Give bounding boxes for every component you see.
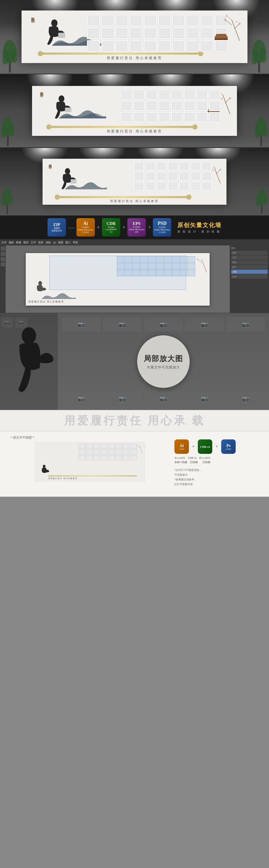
wall-caption-3: 用爱履行责任 用心承载教育 (110, 199, 159, 203)
svg-line-13 (234, 24, 240, 29)
photo-cell (179, 182, 190, 191)
ps-mini-cell (156, 263, 164, 269)
svg-rect-21 (216, 34, 226, 36)
photo-cell (121, 89, 132, 100)
ps-layer-3: 装饰 (231, 260, 268, 265)
ps-menu-select: 选择 (38, 241, 43, 244)
ps-mini-cell (140, 256, 148, 262)
photo-cell (179, 172, 190, 181)
silhouette-2 (47, 95, 76, 124)
ps-mini-cell (172, 263, 179, 269)
ps-mini-cell (148, 263, 156, 269)
flat-photo-grid (78, 443, 137, 460)
photo-cell (209, 101, 221, 111)
note-line3: *效果图仅供参考， (174, 478, 197, 481)
wall-section-2: 教师风采 (0, 73, 269, 147)
ps-menu-3d: 3D (53, 241, 56, 244)
wall-board-1: 教师风采 (22, 10, 247, 63)
photo-cell (200, 14, 213, 26)
ps-tool-crop (1, 257, 5, 261)
wall-inner-3: 教师风采 (45, 160, 224, 194)
ps-mini-cell (148, 256, 156, 262)
ai-sub-note: 全称·C转曲 (174, 461, 190, 464)
photo-cell (146, 112, 158, 122)
cdr-label: CDR (107, 221, 116, 226)
photo-cell (87, 27, 100, 39)
ps-menu-layer: 图层 (23, 241, 29, 244)
wall-section-1: 教师风采 (0, 0, 269, 73)
flat-cell (123, 455, 130, 460)
flat-content: * 源文件平面图 * 用爱履行责任 用心承载教育 (5, 435, 264, 487)
photo-cell (200, 27, 213, 39)
svg-point-40 (229, 97, 231, 99)
ps-mini-cell (172, 256, 179, 262)
format-title-box: 原创矢量文化墙 原 创 设 计 · 请 勿 转 载 (177, 221, 222, 234)
note-text: *文件尺寸可随意更改， 可无限放大 *效果图仅供参考， 以打平面图为准 (174, 468, 259, 487)
ps-menu-window: 窗口 (65, 241, 71, 244)
ps-mini-cell (156, 256, 164, 262)
cam-8: 📷 (144, 392, 183, 406)
photo-cell (130, 14, 143, 26)
cdr-sub-note: 已转曲 (190, 461, 202, 464)
photo-cell (159, 112, 170, 122)
silhouette-3 (55, 168, 81, 194)
photo-cell (190, 162, 201, 171)
format-zip: ZIP 压缩包含所有文件 (47, 218, 66, 237)
ps-sub-note: 已转曲 (203, 461, 210, 464)
ps-canvas-content: 用爱履行责任 用心承载教育 (26, 253, 210, 306)
plant-left-3 (1, 186, 13, 216)
flat-plus1: + (192, 444, 195, 450)
wall-board-3: 教师风采 (42, 159, 227, 205)
ps-layer-1: 背景 (231, 251, 268, 255)
ps-mini-cell (180, 270, 187, 276)
ai-label: Ai (83, 221, 88, 226)
photo-cell (115, 27, 129, 39)
badge-text: 教师风采 (30, 14, 35, 17)
plus-1: + (97, 224, 100, 230)
zoom-bottom-row: 📷 📷 📷 📷 📷 (58, 392, 269, 406)
photo-cell (209, 89, 221, 100)
svg-point-16 (226, 15, 227, 17)
ps-right-panel: 图层 背景 文字 装饰 照片 人物 山水 (230, 245, 269, 313)
plus-3: + (148, 224, 151, 230)
svg-point-52 (65, 168, 70, 174)
flat-cell (101, 455, 107, 460)
photo-cell (172, 40, 185, 52)
ps-mini-cell (125, 256, 132, 262)
photo-cell (158, 40, 171, 52)
ps-mini-cell (164, 256, 172, 262)
ps-menu-image: 图像 (16, 241, 21, 244)
svg-line-61 (198, 259, 202, 263)
cam-7: 📷 (103, 392, 142, 406)
ps-mountain (41, 290, 76, 300)
photo-cell (134, 172, 144, 181)
psd-label: PSD (158, 221, 167, 226)
wood-books-1 (214, 34, 229, 45)
ps-menu-text: 文字 (31, 241, 36, 244)
zoom-section: 📷 📷 📷 📷 📷 📷 📷 局部放大图 矢量文件可无限放大 📷 📷 📷 📷 📷 (0, 313, 269, 410)
cam-4: 📷 (185, 317, 224, 332)
photo-cell (159, 89, 170, 100)
ps-mini-cell (140, 270, 148, 276)
format-ai: Ai CC2015 Adobe IllustratorCC2015 (76, 218, 95, 237)
ps-mini-cell (117, 270, 124, 276)
svg-line-60 (202, 259, 207, 273)
format-cdr: CDR X3 max CorelDRAWX3 (102, 218, 120, 237)
ps-mini-cell (156, 270, 164, 276)
svg-line-56 (216, 169, 221, 174)
eps-version: CC2015 (133, 226, 140, 228)
ps-mini-cell (140, 263, 148, 269)
flat-cell (123, 450, 130, 455)
photo-cell (186, 40, 199, 52)
note-line1: *文件尺寸可随意更改， (174, 469, 202, 471)
photo-cell (146, 101, 158, 111)
soft-ai-version: cc2015 (179, 448, 184, 450)
scroll-decoration-3 (59, 195, 210, 198)
ps-mini-cell (125, 263, 132, 269)
svg-line-12 (225, 20, 232, 25)
photo-cell (159, 101, 170, 111)
photo-cell (186, 27, 199, 39)
format-main-title: 原创矢量文化墙 (177, 221, 222, 229)
photo-cell (158, 14, 171, 26)
flat-cell (86, 455, 93, 460)
